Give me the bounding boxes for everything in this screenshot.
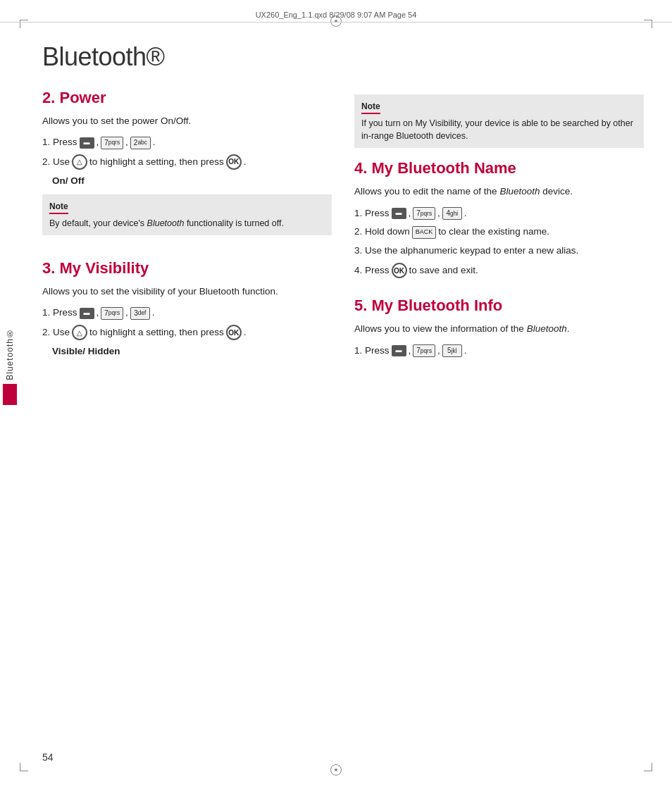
- menu-key-1: ▬: [80, 137, 94, 149]
- corner-mark-br: [644, 763, 652, 771]
- menu-key-2: ▬: [80, 308, 94, 319]
- back-key: BACK: [412, 226, 437, 239]
- ok-key-3: OK: [392, 263, 407, 278]
- period1: .: [153, 135, 156, 150]
- s4-step1-num: 1. Press: [354, 206, 390, 221]
- left-column: 2. Power Allows you to set the power On/…: [42, 89, 332, 365]
- section2-step2: 2. Use △ to highlight a setting, then pr…: [42, 154, 332, 170]
- step2-mid: to highlight a setting, then press: [89, 155, 224, 170]
- menu-key-3: ▬: [392, 208, 406, 219]
- s3-step1-num: 1. Press: [42, 306, 77, 320]
- ok-key-1: OK: [226, 154, 242, 170]
- side-tab-bar: [3, 384, 17, 405]
- s4-step1-text: 1. Press ▬ , 7pqrs , 4ghi .: [354, 206, 467, 221]
- section2-heading: 2. Power: [42, 89, 332, 107]
- s4-step4-num: 4. Press: [354, 263, 390, 278]
- section4-step2: 2. Hold down BACK to clear the existing …: [354, 225, 644, 239]
- right-note-text: If you turn on My Visibility, your devic…: [361, 117, 637, 142]
- s4-step3-content: 3. Use the alphanumeric keypad to enter …: [354, 244, 578, 259]
- section2-note: Note By default, your device's Bluetooth…: [42, 194, 332, 235]
- step-text: 1. Press ▬ , 7pqrs , 2abc .: [42, 135, 156, 150]
- section4-steps: 1. Press ▬ , 7pqrs , 4ghi . 2. Hold down…: [354, 206, 644, 279]
- key-7pqrs-4: 7pqrs: [413, 344, 435, 357]
- step1-num: 1. Press: [42, 135, 77, 150]
- spacer2: [354, 284, 644, 297]
- s3-period2: .: [244, 325, 247, 340]
- page-number: 54: [42, 752, 54, 763]
- section5-body-italic: Bluetooth: [527, 323, 567, 334]
- right-note-title: Note: [361, 101, 380, 114]
- s3-step2-mid: to highlight a setting, then press: [89, 325, 224, 340]
- section3-steps: 1. Press ▬ , 7pqrs , 3def . 2. Use △ to …: [42, 306, 332, 359]
- section5-body: Allows you to view the information of th…: [354, 322, 644, 336]
- side-tab: Bluetooth®: [0, 310, 20, 423]
- section2-note-text: By default, your device's Bluetooth func…: [49, 217, 325, 230]
- s4-step2-rest: to clear the existing name.: [438, 225, 549, 239]
- right-note-top: Note If you turn on My Visibility, your …: [354, 94, 644, 148]
- section3-body: Allows you to set the visibility of your…: [42, 285, 332, 299]
- key-4ghi: 4ghi: [442, 207, 462, 220]
- s4-period: .: [464, 206, 467, 221]
- section3-step2: 2. Use △ to highlight a setting, then pr…: [42, 325, 332, 340]
- s3-period: .: [152, 306, 155, 320]
- s3-comma2: ,: [125, 306, 128, 320]
- page-title: Bluetooth®: [42, 42, 644, 72]
- s5-step1-text: 1. Press ▬ , 7pqrs , 5jkl .: [354, 344, 467, 359]
- reg-mark-bottom: [330, 764, 342, 776]
- section3-step1: 1. Press ▬ , 7pqrs , 3def .: [42, 306, 332, 320]
- key-5jkl: 5jkl: [442, 344, 462, 357]
- s4-step2-text: 2. Hold down BACK to clear the existing …: [354, 225, 549, 239]
- s5-comma1: ,: [409, 344, 411, 359]
- section4-heading: 4. My Bluetooth Name: [354, 159, 644, 177]
- key-7pqrs-1: 7pqrs: [101, 137, 123, 149]
- header-bar: UX260_Eng_1.1.qxd 8/29/08 9:07 AM Page 5…: [0, 7, 672, 23]
- step2-text: 2. Use △ to highlight a setting, then pr…: [42, 154, 246, 170]
- s3-comma1: ,: [97, 306, 99, 320]
- comma1: ,: [97, 135, 99, 150]
- key-2abc: 2abc: [130, 137, 151, 149]
- s5-step1-num: 1. Press: [354, 344, 390, 359]
- period2: .: [244, 155, 247, 170]
- section4-step4: 4. Press OK to save and exit.: [354, 263, 644, 278]
- menu-key-4: ▬: [392, 345, 406, 356]
- main-content: Bluetooth® 2. Power Allows you to set th…: [42, 42, 644, 749]
- section5-step1: 1. Press ▬ , 7pqrs , 5jkl .: [354, 344, 644, 359]
- section4-body: Allows you to edit the name of the Bluet…: [354, 185, 644, 199]
- s3-step1-text: 1. Press ▬ , 7pqrs , 3def .: [42, 306, 155, 320]
- step2-num: 2. Use: [42, 155, 70, 170]
- right-column: Note If you turn on My Visibility, your …: [354, 89, 644, 365]
- section5-heading: 5. My Bluetooth Info: [354, 297, 644, 315]
- section4-body-p2: device.: [540, 186, 573, 197]
- s4-comma1: ,: [409, 206, 411, 221]
- nav-key-1: △: [72, 154, 87, 170]
- section5-body-p2: .: [567, 323, 570, 334]
- nav-key-2: △: [72, 325, 87, 340]
- section5-steps: 1. Press ▬ , 7pqrs , 5jkl .: [354, 344, 644, 359]
- section5-body-p1: Allows you to view the information of th…: [354, 323, 527, 334]
- s5-comma2: ,: [437, 344, 440, 359]
- key-3def: 3def: [130, 307, 150, 320]
- header-text: UX260_Eng_1.1.qxd 8/29/08 9:07 AM Page 5…: [256, 11, 417, 19]
- s4-comma2: ,: [437, 206, 440, 221]
- section4-step3: 3. Use the alphanumeric keypad to enter …: [354, 244, 644, 259]
- comma2: ,: [125, 135, 128, 150]
- side-tab-label: Bluetooth®: [5, 328, 15, 380]
- s4-step2-num: 2. Hold down: [354, 225, 410, 239]
- section2-step1: 1. Press ▬ , 7pqrs , 2abc .: [42, 135, 332, 150]
- s3-step2-num: 2. Use: [42, 325, 70, 340]
- section4-step1: 1. Press ▬ , 7pqrs , 4ghi .: [354, 206, 644, 221]
- columns: 2. Power Allows you to set the power On/…: [42, 89, 644, 365]
- section3-heading: 3. My Visibility: [42, 259, 332, 278]
- section2-steps: 1. Press ▬ , 7pqrs , 2abc . 2. Use △ to …: [42, 135, 332, 189]
- section2-indent: On/ Off: [52, 174, 332, 189]
- section4-body-italic: Bluetooth: [499, 186, 540, 197]
- section2-body: Allows you to set the power On/Off.: [42, 114, 332, 128]
- s4-step3-text: 3. Use the alphanumeric keypad to enter …: [354, 244, 578, 259]
- key-7pqrs-2: 7pqrs: [101, 307, 123, 320]
- s4-step4-rest: to save and exit.: [409, 263, 478, 278]
- section4-body-p1: Allows you to edit the name of the: [354, 186, 499, 197]
- ok-key-2: OK: [226, 325, 242, 340]
- section2-note-title: Note: [49, 201, 68, 214]
- corner-mark-bl: [20, 763, 28, 771]
- spacer1: [42, 247, 332, 259]
